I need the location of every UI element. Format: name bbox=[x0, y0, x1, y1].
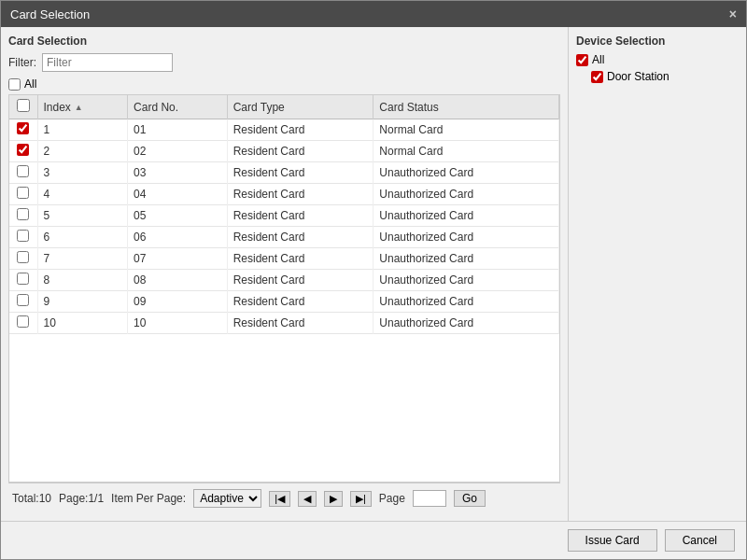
table-row: 808Resident CardUnauthorized Card bbox=[9, 270, 559, 291]
device-item-checkbox[interactable] bbox=[591, 71, 603, 83]
device-list: Door Station bbox=[576, 70, 739, 87]
item-per-page-label: Item Per Page: bbox=[111, 492, 186, 505]
row-checkbox[interactable] bbox=[17, 122, 29, 134]
header-card-status: Card Status bbox=[374, 95, 559, 119]
row-card-no: 09 bbox=[128, 291, 228, 313]
row-index: 7 bbox=[37, 248, 128, 270]
card-selection-dialog: Card Selection × Card Selection Filter: … bbox=[0, 0, 747, 560]
device-all-checkbox[interactable] bbox=[576, 54, 588, 66]
all-checkbox-row: All bbox=[8, 77, 560, 91]
left-panel: Card Selection Filter: All bbox=[1, 27, 569, 521]
all-label: All bbox=[24, 77, 36, 91]
row-card-no: 06 bbox=[128, 227, 228, 248]
dialog-body: Card Selection Filter: All bbox=[1, 27, 746, 521]
row-index: 6 bbox=[37, 227, 128, 248]
header-index[interactable]: Index ▲ bbox=[37, 95, 128, 119]
dialog-title: Card Selection bbox=[10, 7, 90, 21]
row-checkbox[interactable] bbox=[17, 315, 29, 328]
row-card-status: Unauthorized Card bbox=[374, 227, 559, 248]
table-row: 202Resident CardNormal Card bbox=[9, 141, 559, 162]
prev-page-btn[interactable]: ◀ bbox=[298, 491, 317, 507]
row-card-status: Unauthorized Card bbox=[374, 313, 559, 334]
row-checkbox-cell bbox=[9, 184, 37, 205]
row-card-type: Resident Card bbox=[227, 141, 374, 162]
row-card-no: 01 bbox=[128, 119, 228, 141]
header-checkbox[interactable] bbox=[17, 99, 30, 112]
item-per-page-select[interactable]: Adaptive102050 bbox=[193, 489, 261, 508]
page-input[interactable] bbox=[413, 490, 446, 507]
table-row: 707Resident CardUnauthorized Card bbox=[9, 248, 559, 270]
issue-card-button[interactable]: Issue Card bbox=[568, 529, 657, 552]
device-item-label: Door Station bbox=[607, 70, 669, 83]
card-table-container: Index ▲ Card No. Card Type Card Status 1… bbox=[8, 94, 560, 483]
row-checkbox-cell bbox=[9, 227, 37, 248]
row-card-type: Resident Card bbox=[227, 184, 374, 205]
left-panel-title: Card Selection bbox=[8, 35, 560, 48]
row-card-type: Resident Card bbox=[227, 291, 374, 313]
row-card-type: Resident Card bbox=[227, 248, 374, 270]
first-page-btn[interactable]: |◀ bbox=[269, 491, 290, 507]
table-row: 909Resident CardUnauthorized Card bbox=[9, 291, 559, 313]
total-count: Total:10 bbox=[12, 492, 51, 505]
title-bar: Card Selection × bbox=[1, 1, 746, 27]
row-card-status: Unauthorized Card bbox=[374, 248, 559, 270]
table-row: 1010Resident CardUnauthorized Card bbox=[9, 313, 559, 334]
row-index: 8 bbox=[37, 270, 128, 291]
table-row: 303Resident CardUnauthorized Card bbox=[9, 162, 559, 184]
row-card-no: 10 bbox=[128, 313, 228, 334]
table-row: 101Resident CardNormal Card bbox=[9, 119, 559, 141]
row-checkbox-cell bbox=[9, 313, 37, 334]
row-checkbox-cell bbox=[9, 141, 37, 162]
table-row: 606Resident CardUnauthorized Card bbox=[9, 227, 559, 248]
last-page-btn[interactable]: ▶| bbox=[350, 491, 372, 507]
row-card-status: Unauthorized Card bbox=[374, 184, 559, 205]
row-index: 9 bbox=[37, 291, 128, 313]
row-card-type: Resident Card bbox=[227, 270, 374, 291]
filter-input[interactable] bbox=[42, 53, 173, 72]
row-checkbox[interactable] bbox=[17, 208, 29, 220]
row-index: 2 bbox=[37, 141, 128, 162]
device-all-label: All bbox=[592, 53, 604, 66]
table-row: 404Resident CardUnauthorized Card bbox=[9, 184, 559, 205]
right-panel: Device Selection All Door Station bbox=[569, 27, 746, 521]
row-checkbox[interactable] bbox=[17, 273, 29, 285]
row-checkbox[interactable] bbox=[17, 187, 29, 199]
row-index: 5 bbox=[37, 205, 128, 227]
row-card-status: Normal Card bbox=[374, 119, 559, 141]
device-all-row: All bbox=[576, 53, 739, 66]
row-card-status: Unauthorized Card bbox=[374, 162, 559, 184]
row-checkbox-cell bbox=[9, 162, 37, 184]
pagination-footer: Total:10 Page:1/1 Item Per Page: Adaptiv… bbox=[8, 483, 560, 513]
row-index: 4 bbox=[37, 184, 128, 205]
row-card-status: Unauthorized Card bbox=[374, 205, 559, 227]
row-card-type: Resident Card bbox=[227, 119, 374, 141]
sort-icon: ▲ bbox=[75, 103, 83, 112]
close-icon[interactable]: × bbox=[729, 7, 737, 21]
next-page-btn[interactable]: ▶ bbox=[324, 491, 343, 507]
row-card-no: 04 bbox=[128, 184, 228, 205]
row-card-no: 03 bbox=[128, 162, 228, 184]
row-card-no: 02 bbox=[128, 141, 228, 162]
device-item: Door Station bbox=[591, 70, 739, 83]
cancel-button[interactable]: Cancel bbox=[665, 529, 735, 552]
row-card-no: 05 bbox=[128, 205, 228, 227]
filter-label: Filter: bbox=[8, 56, 36, 69]
row-checkbox[interactable] bbox=[17, 165, 29, 177]
header-checkbox-cell bbox=[9, 95, 37, 119]
row-checkbox-cell bbox=[9, 291, 37, 313]
row-checkbox-cell bbox=[9, 205, 37, 227]
table-row: 505Resident CardUnauthorized Card bbox=[9, 205, 559, 227]
row-checkbox[interactable] bbox=[17, 251, 29, 263]
row-checkbox-cell bbox=[9, 119, 37, 141]
row-card-type: Resident Card bbox=[227, 205, 374, 227]
row-card-type: Resident Card bbox=[227, 313, 374, 334]
row-card-no: 07 bbox=[128, 248, 228, 270]
all-checkbox[interactable] bbox=[8, 78, 21, 91]
row-card-type: Resident Card bbox=[227, 162, 374, 184]
row-checkbox[interactable] bbox=[17, 294, 29, 306]
filter-row: Filter: bbox=[8, 53, 560, 72]
page-info: Page:1/1 bbox=[59, 492, 104, 505]
go-button[interactable]: Go bbox=[454, 490, 486, 507]
row-checkbox[interactable] bbox=[17, 144, 29, 156]
row-checkbox[interactable] bbox=[17, 230, 29, 242]
